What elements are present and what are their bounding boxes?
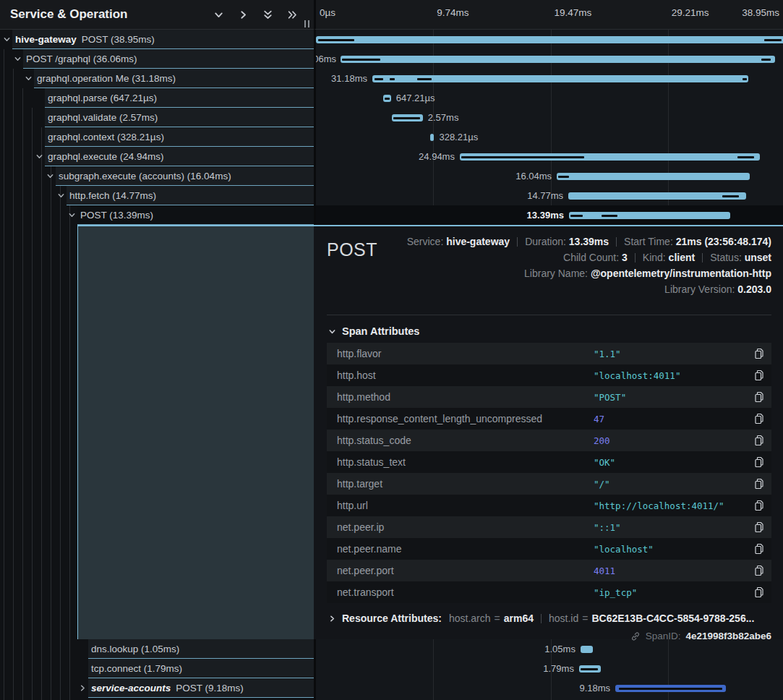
span-duration-label: 1.79ms bbox=[543, 659, 574, 678]
span-row-post[interactable]: service-accountsPOST (9.18ms) bbox=[0, 678, 314, 698]
overview-value: hive-gateway bbox=[446, 236, 510, 247]
span-bar[interactable] bbox=[568, 192, 746, 200]
span-bar[interactable] bbox=[392, 114, 423, 121]
span-row-label: graphql.parse (647.21µs) bbox=[45, 88, 314, 108]
attribute-key: http.status_code bbox=[337, 435, 594, 446]
attribute-value: "http://localhost:4011/" bbox=[594, 500, 750, 511]
overview-label: Library Version: bbox=[664, 283, 737, 295]
overview-separator bbox=[616, 237, 617, 247]
span-row-tcp-connect[interactable]: tcp.connect (1.79ms) bbox=[0, 659, 314, 678]
span-row-graphql-validate[interactable]: graphql.validate (2.57ms) bbox=[0, 108, 314, 127]
overview-value: unset bbox=[745, 252, 771, 263]
copy-icon[interactable] bbox=[750, 586, 769, 598]
span-bar[interactable] bbox=[615, 685, 726, 692]
overview-line: Library Name: @opentelemetry/instrumenta… bbox=[327, 265, 771, 281]
service-operation-title: Service & Operation bbox=[10, 7, 128, 22]
span-row-post[interactable]: POST (13.39ms) bbox=[0, 205, 314, 225]
timeline-row: 14.77ms bbox=[316, 186, 783, 205]
copy-icon[interactable] bbox=[750, 435, 769, 446]
span-bar[interactable] bbox=[341, 56, 775, 63]
collapse-all-icon[interactable] bbox=[262, 9, 273, 20]
span-row-post-graphql[interactable]: POST /graphql (36.06ms) bbox=[0, 49, 314, 69]
timeline-row: 24.94ms bbox=[316, 147, 783, 166]
span-detail-header: POST Service: hive-gatewayDuration: 13.3… bbox=[327, 234, 771, 303]
chevron-right-icon[interactable] bbox=[79, 684, 87, 692]
copy-icon[interactable] bbox=[750, 391, 769, 403]
attribute-value: "localhost:4011" bbox=[594, 370, 750, 381]
copy-icon[interactable] bbox=[750, 521, 769, 533]
span-row-subgraph-execute-accounts-[interactable]: subgraph.execute (accounts) (16.04ms) bbox=[0, 166, 314, 186]
span-attributes-table: http.flavor"1.1"http.host"localhost:4011… bbox=[327, 343, 771, 603]
span-row-dns-lookup[interactable]: dns.lookup (1.05ms) bbox=[0, 639, 314, 659]
copy-icon[interactable] bbox=[750, 543, 769, 555]
attribute-key: net.peer.ip bbox=[337, 521, 594, 533]
span-row-http-fetch[interactable]: http.fetch (14.77ms) bbox=[0, 186, 314, 205]
copy-icon[interactable] bbox=[750, 348, 769, 359]
span-attributes-toggle[interactable]: Span Attributes bbox=[328, 325, 771, 337]
chevron-down-icon[interactable] bbox=[46, 172, 54, 180]
span-bar[interactable] bbox=[372, 75, 748, 82]
attribute-row: http.status_text"OK" bbox=[327, 451, 771, 473]
ruler-tick-label: 19.47ms bbox=[555, 7, 592, 18]
span-row-graphql-parse[interactable]: graphql.parse (647.21µs) bbox=[0, 88, 314, 108]
overview-value: @opentelemetry/instrumentation-http bbox=[591, 268, 771, 279]
span-bar[interactable] bbox=[383, 95, 391, 102]
chevron-down-icon[interactable] bbox=[3, 35, 11, 43]
span-duration-label: 13.39ms bbox=[527, 205, 564, 225]
attribute-key: http.host bbox=[337, 370, 594, 381]
attribute-key: http.flavor bbox=[337, 348, 594, 359]
panel-resize-grip[interactable] bbox=[304, 20, 309, 27]
span-bar[interactable] bbox=[460, 153, 761, 161]
span-bar[interactable] bbox=[557, 173, 750, 180]
chevron-down-icon[interactable] bbox=[14, 55, 22, 63]
overview-label: Service: bbox=[407, 236, 446, 247]
attribute-value: "ip_tcp" bbox=[594, 587, 750, 598]
collapse-one-icon[interactable] bbox=[213, 9, 224, 20]
attribute-key: net.transport bbox=[337, 586, 594, 598]
attribute-row: net.peer.ip"::1" bbox=[327, 516, 771, 538]
equals-sign: = bbox=[582, 612, 588, 624]
span-bar[interactable] bbox=[581, 646, 593, 653]
copy-icon[interactable] bbox=[750, 478, 769, 490]
attribute-key: http.response_content_length_uncompresse… bbox=[337, 413, 594, 424]
copy-icon[interactable] bbox=[750, 370, 769, 381]
link-icon[interactable] bbox=[630, 631, 641, 641]
overview-label: Start Time: bbox=[624, 236, 676, 247]
resource-value: BC62E13B-C4CC-5854-9788-256... bbox=[591, 612, 754, 624]
span-bar[interactable] bbox=[430, 134, 434, 141]
span-bar[interactable] bbox=[316, 36, 783, 43]
copy-icon[interactable] bbox=[750, 456, 769, 468]
span-duration-label: 14.77ms bbox=[527, 186, 563, 205]
timeline-ruler: 0µs9.74ms19.47ms29.21ms38.95ms bbox=[314, 0, 783, 30]
span-bar[interactable] bbox=[579, 665, 601, 673]
copy-icon[interactable] bbox=[750, 413, 769, 424]
timeline-row: 1.79ms bbox=[316, 659, 783, 678]
service-name: service-accounts bbox=[91, 683, 171, 693]
span-row-label: http.fetch (14.77ms) bbox=[67, 186, 314, 205]
child-span-mark bbox=[375, 78, 382, 80]
copy-icon[interactable] bbox=[750, 565, 769, 576]
chevron-down-icon[interactable] bbox=[25, 74, 33, 82]
timeline-row: 2.57ms bbox=[316, 108, 783, 127]
span-row-label: service-accountsPOST (9.18ms) bbox=[88, 678, 314, 698]
expand-all-icon[interactable] bbox=[286, 9, 298, 20]
copy-icon[interactable] bbox=[750, 500, 769, 511]
chevron-down-icon[interactable] bbox=[35, 153, 43, 161]
chevron-down-icon[interactable] bbox=[68, 211, 76, 219]
attribute-key: http.method bbox=[337, 391, 594, 403]
span-row-post[interactable]: hive-gatewayPOST (38.95ms) bbox=[0, 30, 314, 49]
attribute-key: http.url bbox=[337, 500, 594, 511]
span-bar[interactable] bbox=[569, 212, 730, 219]
expand-one-icon[interactable] bbox=[237, 9, 249, 20]
child-span-mark bbox=[761, 59, 771, 61]
span-row-graphql-operation-me[interactable]: graphql.operation Me (31.18ms) bbox=[0, 69, 314, 88]
attribute-key: net.peer.port bbox=[337, 565, 594, 576]
chevron-down-icon[interactable] bbox=[57, 192, 65, 200]
indent-guide bbox=[60, 166, 61, 700]
child-span-mark bbox=[390, 78, 394, 80]
span-row-graphql-execute[interactable]: graphql.execute (24.94ms) bbox=[0, 147, 314, 166]
span-row-graphql-context[interactable]: graphql.context (328.21µs) bbox=[0, 127, 314, 147]
overview-separator bbox=[635, 253, 636, 262]
span-overview: Service: hive-gatewayDuration: 13.39msSt… bbox=[327, 234, 771, 297]
resource-attributes-toggle[interactable]: Resource Attributes: host.arch=arm64host… bbox=[328, 612, 771, 624]
